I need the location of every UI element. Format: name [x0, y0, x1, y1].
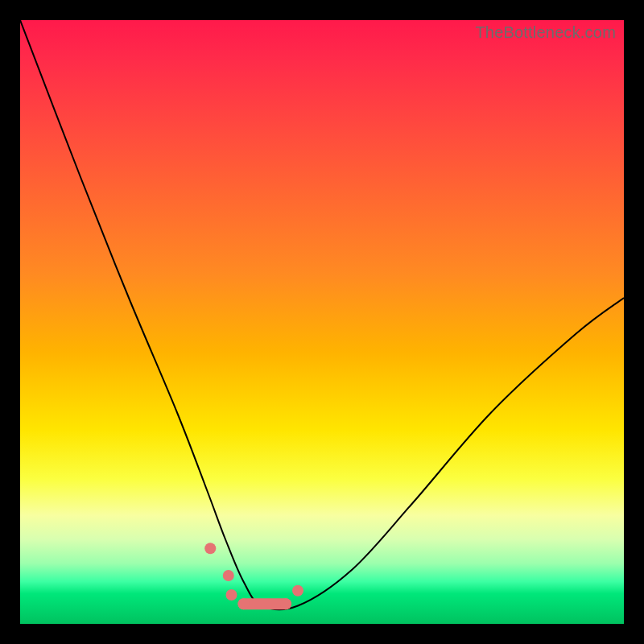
- curve-marker: [204, 543, 216, 554]
- curve-marker: [280, 598, 291, 609]
- curve-marker: [238, 598, 250, 609]
- curve-marker: [223, 570, 234, 581]
- chart-svg: [20, 20, 624, 624]
- chart-frame: TheBottleneck.com: [20, 20, 624, 624]
- watermark-text: TheBottleneck.com: [475, 23, 616, 42]
- bottleneck-curve: [20, 20, 624, 609]
- curve-marker: [226, 589, 237, 601]
- curve-marker: [292, 585, 303, 597]
- curve-markers: [204, 543, 303, 609]
